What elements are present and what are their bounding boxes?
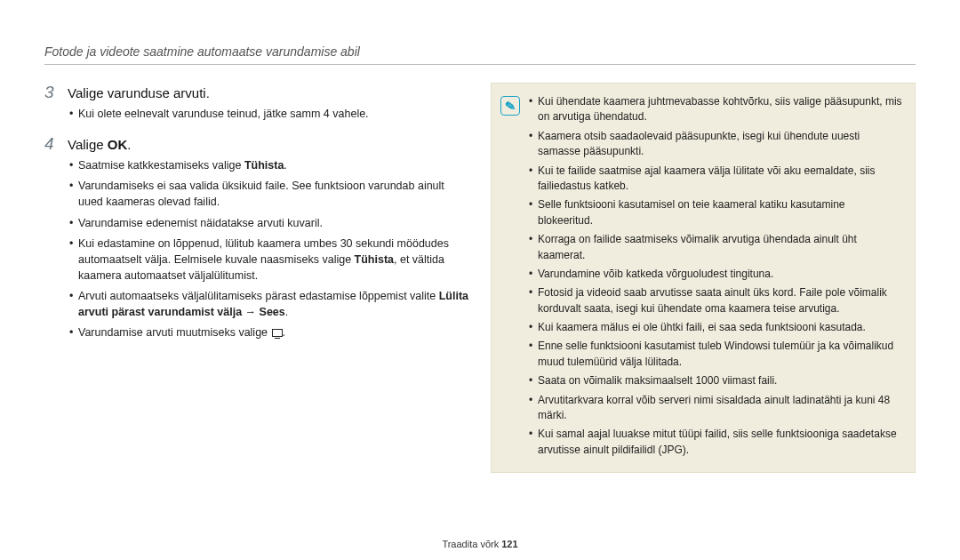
note-item: Kaamera otsib saadaolevaid pääsupunkte, … (529, 129, 902, 160)
step-3: 3 Valige varunduse arvuti. Kui olete eel… (44, 83, 469, 122)
bullet-item: Kui edastamine on lõppenud, lülitub kaam… (69, 236, 469, 284)
note-list: Kui ühendate kaamera juhtmevabasse kohtv… (529, 94, 902, 461)
monitor-icon (272, 329, 283, 337)
text: Valige (68, 137, 108, 152)
step-number: 4 (44, 134, 59, 154)
page-footer: Traadita võrk 121 (0, 539, 960, 549)
note-item: Saata on võimalik maksimaalselt 1000 vii… (529, 373, 902, 388)
step-title: Valige OK. (68, 137, 131, 152)
text: . (127, 137, 131, 152)
text: Varundamise arvuti muutmiseks valige (78, 326, 271, 339)
step-number: 3 (44, 83, 59, 102)
note-item: Kui samal aajal luuakse mitut tüüpi fail… (529, 427, 902, 458)
note-item: Kui ühendate kaamera juhtmevabasse kohtv… (529, 94, 902, 125)
note-item: Varundamine võib katkeda võrguoludest ti… (529, 267, 902, 282)
footer-text: Traadita võrk (442, 539, 501, 549)
text-strong: OK (108, 137, 128, 152)
bullet-item: Varundamise arvuti muutmiseks valige . (69, 324, 469, 340)
note-item: Kui te failide saatmise ajal kaamera väl… (529, 164, 902, 195)
text-strong: Tühista (244, 159, 284, 172)
note-item: Arvutitarkvara korral võib serveri nimi … (529, 393, 902, 424)
note-icon: ✎ (500, 96, 520, 116)
page-number: 121 (501, 539, 517, 549)
page-header: Fotode ja videote saatmine automaatse va… (44, 44, 916, 65)
text: Arvuti automaatseks väljalülitamiseks pä… (78, 290, 439, 302)
left-column: 3 Valige varunduse arvuti. Kui olete eel… (44, 83, 469, 473)
text: Saatmise katkkestamiseks valige (78, 159, 244, 172)
right-column: ✎ Kui ühendate kaamera juhtmevabasse koh… (491, 83, 916, 473)
note-item: Selle funktsiooni kasutamisel on teie ka… (529, 197, 902, 228)
bullet-item: Kui olete eelnevalt varunduse teinud, jä… (69, 106, 469, 122)
step-4: 4 Valige OK. Saatmise katkkestamiseks va… (44, 134, 469, 340)
note-item: Fotosid ja videoid saab arvutisse saata … (529, 285, 902, 316)
bullet-item: Saatmise katkkestamiseks valige Tühista. (69, 157, 469, 173)
note-item: Korraga on failide saatmiseks võimalik a… (529, 232, 902, 263)
note-item: Enne selle funktsiooni kasutamist tuleb … (529, 339, 902, 370)
text-strong: Tühista (355, 253, 394, 266)
text: . (283, 326, 285, 339)
content-columns: 3 Valige varunduse arvuti. Kui olete eel… (44, 83, 916, 473)
note-item: Kui kaamera mälus ei ole ühtki faili, ei… (529, 320, 902, 335)
bullet-item: Varundamise edenemist näidatakse arvuti … (69, 215, 469, 231)
text: . (285, 306, 288, 318)
note-box: ✎ Kui ühendate kaamera juhtmevabasse koh… (491, 83, 916, 473)
text: . (284, 159, 286, 172)
bullet-item: Arvuti automaatseks väljalülitamiseks pä… (69, 288, 469, 320)
bullet-item: Varundamiseks ei saa valida üksikuid fai… (69, 178, 469, 210)
step-title: Valige varunduse arvuti. (68, 85, 210, 100)
